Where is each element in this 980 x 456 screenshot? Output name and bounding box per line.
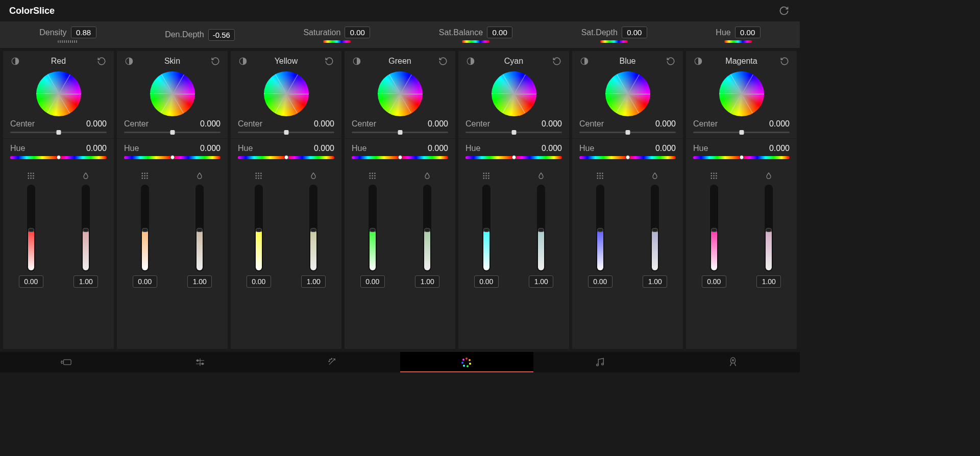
svg-rect-48 — [485, 178, 486, 179]
density-value[interactable]: 1.00 — [756, 275, 781, 288]
saturation-value[interactable]: 0.00 — [133, 275, 157, 288]
hue-slider[interactable] — [352, 156, 448, 159]
center-value[interactable]: 0.000 — [428, 119, 448, 129]
svg-rect-68 — [713, 178, 714, 179]
color-wheel[interactable] — [719, 71, 764, 116]
nav-tab-fairlight[interactable] — [533, 352, 667, 372]
density-slider[interactable] — [651, 185, 659, 271]
hue-slider[interactable] — [124, 156, 220, 159]
saturation-slider[interactable] — [369, 185, 377, 271]
center-value[interactable]: 0.000 — [200, 119, 220, 129]
saturation-slider[interactable] — [596, 185, 604, 271]
hue-slider[interactable] — [10, 156, 107, 159]
contrast-icon[interactable] — [693, 56, 703, 66]
hue-value[interactable]: 0.000 — [769, 144, 790, 153]
density-slider[interactable] — [309, 185, 317, 271]
contrast-icon[interactable] — [10, 56, 20, 66]
saturation-slider[interactable] — [255, 185, 263, 271]
svg-rect-57 — [597, 178, 598, 179]
center-slider[interactable] — [10, 132, 107, 133]
reset-channel-button[interactable] — [779, 56, 790, 66]
color-wheel[interactable] — [264, 71, 309, 116]
hue-slider[interactable] — [465, 156, 562, 159]
color-wheel[interactable] — [150, 71, 195, 116]
global-value-input[interactable]: 0.00 — [345, 27, 370, 38]
color-wheel[interactable] — [605, 71, 650, 116]
saturation-slider[interactable] — [482, 185, 491, 271]
nav-tab-cut[interactable] — [0, 352, 133, 372]
center-value[interactable]: 0.000 — [542, 119, 562, 129]
saturation-value[interactable]: 0.00 — [360, 275, 385, 288]
color-wheel[interactable] — [378, 71, 423, 116]
hue-label: Hue — [352, 144, 366, 153]
nav-tab-edit[interactable] — [133, 352, 266, 372]
global-value-input[interactable]: 0.88 — [71, 27, 96, 38]
center-slider[interactable] — [238, 132, 334, 133]
drop-icon — [765, 171, 773, 181]
saturation-slider[interactable] — [27, 185, 35, 271]
hue-value[interactable]: 0.000 — [655, 144, 676, 153]
hue-value[interactable]: 0.000 — [200, 144, 220, 153]
center-value[interactable]: 0.000 — [314, 119, 334, 129]
center-slider[interactable] — [579, 132, 676, 133]
density-value[interactable]: 1.00 — [643, 275, 667, 288]
reset-channel-button[interactable] — [324, 56, 334, 66]
global-value-input[interactable]: 0.00 — [622, 27, 647, 38]
saturation-value[interactable]: 0.00 — [247, 275, 271, 288]
center-value[interactable]: 0.000 — [86, 119, 107, 129]
density-slider[interactable] — [195, 185, 204, 271]
color-wheel[interactable] — [36, 71, 81, 116]
nav-tab-color[interactable] — [400, 352, 533, 372]
density-slider[interactable] — [82, 185, 90, 271]
contrast-icon[interactable] — [352, 56, 362, 66]
hue-slider[interactable] — [693, 156, 790, 159]
reset-channel-button[interactable] — [552, 56, 562, 66]
center-value[interactable]: 0.000 — [655, 119, 676, 129]
center-slider[interactable] — [465, 132, 562, 133]
color-wheel[interactable] — [492, 71, 536, 116]
svg-rect-62 — [713, 173, 714, 174]
saturation-value[interactable]: 0.00 — [702, 275, 726, 288]
saturation-value[interactable]: 0.00 — [19, 275, 43, 288]
reset-channel-button[interactable] — [210, 56, 220, 66]
density-value[interactable]: 1.00 — [301, 275, 326, 288]
saturation-value[interactable]: 0.00 — [588, 275, 612, 288]
density-value[interactable]: 1.00 — [529, 275, 553, 288]
hue-value[interactable]: 0.000 — [542, 144, 562, 153]
density-slider[interactable] — [423, 185, 431, 271]
svg-rect-27 — [255, 178, 256, 179]
center-slider[interactable] — [352, 132, 448, 133]
global-hue: Hue 0.00 — [716, 27, 760, 43]
contrast-icon[interactable] — [124, 56, 134, 66]
reset-all-button[interactable] — [777, 4, 791, 17]
density-value[interactable]: 1.00 — [74, 275, 98, 288]
density-slider[interactable] — [765, 185, 773, 271]
nav-tab-deliver[interactable] — [667, 352, 800, 372]
saturation-slider[interactable] — [141, 185, 149, 271]
hue-value[interactable]: 0.000 — [86, 144, 107, 153]
hue-value[interactable]: 0.000 — [428, 144, 448, 153]
saturation-value[interactable]: 0.00 — [474, 275, 499, 288]
contrast-icon[interactable] — [579, 56, 590, 66]
saturation-slider[interactable] — [710, 185, 718, 271]
contrast-icon[interactable] — [465, 56, 476, 66]
reset-channel-button[interactable] — [666, 56, 676, 66]
hue-slider[interactable] — [238, 156, 334, 159]
center-slider[interactable] — [124, 132, 220, 133]
hue-value[interactable]: 0.000 — [314, 144, 334, 153]
reset-channel-button[interactable] — [438, 56, 448, 66]
global-density: Density 0.88 — [39, 27, 96, 43]
center-value[interactable]: 0.000 — [769, 119, 790, 129]
center-slider[interactable] — [693, 132, 790, 133]
nav-tab-fusion[interactable] — [266, 352, 400, 372]
global-value-input[interactable]: 0.00 — [487, 27, 512, 38]
global-value-input[interactable]: -0.56 — [208, 29, 235, 41]
global-value-input[interactable]: 0.00 — [735, 27, 761, 38]
reset-channel-button[interactable] — [96, 56, 107, 66]
svg-rect-29 — [260, 178, 261, 179]
contrast-icon[interactable] — [238, 56, 248, 66]
density-slider[interactable] — [537, 185, 545, 271]
density-value[interactable]: 1.00 — [187, 275, 212, 288]
density-value[interactable]: 1.00 — [415, 275, 439, 288]
hue-slider[interactable] — [579, 156, 676, 159]
